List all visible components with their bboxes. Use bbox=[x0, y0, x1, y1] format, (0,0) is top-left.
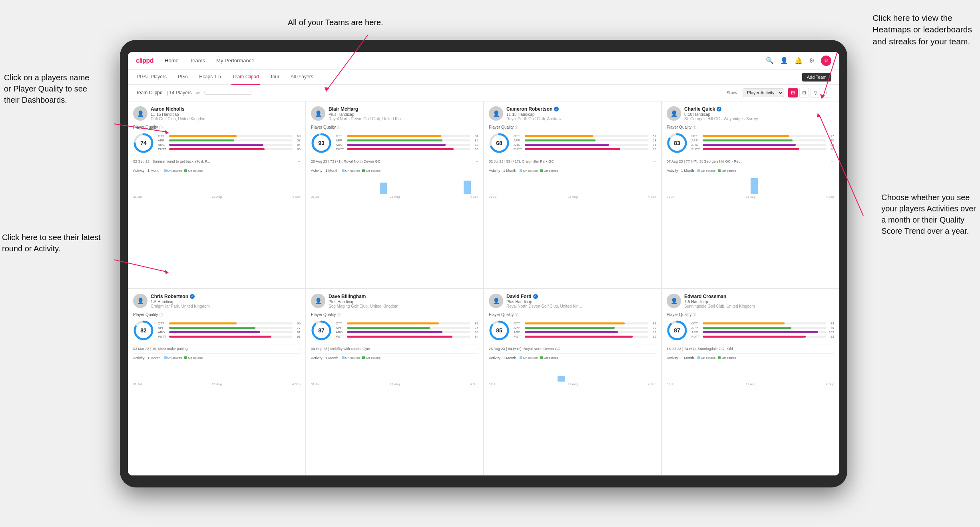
latest-round-arrow[interactable]: → bbox=[831, 159, 834, 163]
player-card[interactable]: 👤 Dave Billingham Plus Handicap Sog Magi… bbox=[306, 288, 484, 476]
player-card[interactable]: 👤 Blair McHarg Plus Handicap Royal North… bbox=[306, 101, 484, 288]
tab-pgat[interactable]: PGAT Players bbox=[136, 70, 167, 85]
player-name[interactable]: Charlie Quick ✓ bbox=[684, 106, 834, 112]
notification-icon[interactable]: 🔔 bbox=[795, 57, 803, 64]
player-name[interactable]: Aaron Nicholls bbox=[151, 106, 301, 112]
player-card[interactable]: 👤 Cameron Robertson ✓ 11-15 Handicap Roy… bbox=[484, 101, 661, 288]
donut-chart[interactable]: 74 bbox=[133, 133, 154, 153]
latest-round-arrow[interactable]: → bbox=[653, 159, 656, 163]
mini-chart bbox=[311, 174, 478, 194]
annotation-right-bottom: Choose whether you seeyour players Activ… bbox=[881, 192, 976, 237]
latest-round[interactable]: 18 Jul 23 | 74 (+4), Sunningdale GC - Ol… bbox=[667, 344, 834, 351]
quality-label: Player Quality ⓘ bbox=[133, 312, 301, 318]
stat-row: OTT 84 bbox=[336, 134, 478, 138]
player-name[interactable]: Dave Billingham bbox=[329, 294, 478, 299]
grid4-button[interactable]: ⊞ bbox=[788, 88, 798, 97]
player-handicap: 1-5 Handicap bbox=[684, 300, 834, 304]
quality-section[interactable]: 68 OTT 61 APP 63 ARG bbox=[489, 133, 656, 153]
player-handicap: Plus Handicap bbox=[329, 300, 478, 304]
latest-round-arrow[interactable]: → bbox=[653, 347, 656, 351]
stat-row: APP 58 bbox=[158, 139, 301, 142]
donut-chart[interactable]: 68 bbox=[489, 133, 510, 153]
tab-team-clippd[interactable]: Team Clippd bbox=[231, 70, 260, 85]
nav-my-performance[interactable]: My Performance bbox=[216, 58, 254, 64]
card-header: 👤 Chris Robertson ✓ 1-5 Handicap Craigmi… bbox=[133, 294, 301, 308]
chart-dates: 31 Jul 21 Aug 4 Sep bbox=[667, 382, 834, 386]
edit-icon[interactable]: ✏ bbox=[196, 90, 200, 96]
latest-round-arrow[interactable]: → bbox=[475, 159, 478, 163]
player-info: Chris Robertson ✓ 1-5 Handicap Craigmill… bbox=[151, 294, 301, 308]
latest-round-arrow[interactable]: → bbox=[475, 347, 478, 351]
quality-section[interactable]: 93 OTT 84 APP 85 ARG bbox=[311, 133, 478, 153]
latest-round[interactable]: 02 Sep 23 | Sunrise round to get back in… bbox=[133, 157, 301, 163]
latest-round-arrow[interactable]: → bbox=[831, 347, 834, 351]
donut-chart[interactable]: 87 bbox=[667, 320, 687, 341]
stat-row: OTT 60 bbox=[158, 134, 301, 138]
player-name[interactable]: Edward Crossman bbox=[684, 294, 834, 299]
add-team-button[interactable]: Add Team bbox=[802, 73, 831, 82]
activity-select[interactable]: Player Activity bbox=[743, 88, 784, 97]
player-card[interactable]: 👤 Edward Crossman 1-5 Handicap Sunningda… bbox=[661, 288, 839, 476]
quality-label: Player Quality ⓘ bbox=[311, 312, 478, 318]
donut-chart[interactable]: 83 bbox=[667, 133, 687, 153]
stat-row: PUTT 95 bbox=[336, 147, 478, 151]
donut-chart[interactable]: 87 bbox=[311, 320, 332, 341]
stat-row: ARG 83 bbox=[514, 330, 656, 334]
donut-chart[interactable]: 85 bbox=[489, 320, 510, 341]
legend-on-course: On course bbox=[697, 169, 716, 173]
tab-hcaps[interactable]: Hcaps 1-5 bbox=[198, 70, 222, 85]
latest-round[interactable]: 04 Sep 23 | Mobility with coach, Gym → bbox=[311, 344, 478, 351]
latest-round[interactable]: 26 Aug 23 | 73 (+1), Royal North Devon G… bbox=[311, 157, 478, 163]
filter-button[interactable]: ▽ bbox=[811, 88, 820, 97]
mini-chart bbox=[311, 362, 478, 382]
player-name[interactable]: Cameron Robertson ✓ bbox=[506, 106, 656, 112]
avatar[interactable]: U bbox=[821, 56, 831, 66]
search-input[interactable] bbox=[204, 91, 252, 95]
stat-row: APP 77 bbox=[158, 326, 301, 330]
donut-chart[interactable]: 82 bbox=[133, 320, 154, 341]
quality-section[interactable]: 87 OTT 73 APP 79 ARG bbox=[667, 320, 834, 341]
search-icon[interactable]: 🔍 bbox=[766, 57, 774, 64]
nav-teams[interactable]: Teams bbox=[190, 58, 205, 64]
sort-button[interactable]: ↕ bbox=[822, 88, 831, 97]
activity-section: Activity · 1 Month On course Off course … bbox=[489, 353, 656, 386]
activity-section: Activity · 1 Month On course Off course … bbox=[311, 353, 478, 386]
stat-row: PUTT 96 bbox=[514, 335, 656, 338]
latest-round[interactable]: 03 Mar 23 | 19, Must make putting → bbox=[133, 344, 301, 351]
quality-section[interactable]: 83 OTT 77 APP 80 ARG bbox=[667, 133, 834, 153]
nav-home[interactable]: Home bbox=[165, 58, 179, 64]
latest-round-arrow[interactable]: → bbox=[297, 159, 301, 163]
tab-pga[interactable]: PGA bbox=[177, 70, 189, 85]
grid3-button[interactable]: ⊟ bbox=[799, 88, 809, 97]
latest-round[interactable]: 26 Aug 23 | 84 (+12), Royal North Devon … bbox=[489, 344, 656, 351]
player-card[interactable]: 👤 David Ford ✓ Plus Handicap Royal North… bbox=[484, 288, 661, 476]
tab-all-players[interactable]: All Players bbox=[290, 70, 314, 85]
player-card[interactable]: 👤 Charlie Quick ✓ 6-10 Handicap St. Geor… bbox=[661, 101, 839, 288]
player-name[interactable]: Chris Robertson ✓ bbox=[151, 294, 301, 299]
player-card[interactable]: 👤 Aaron Nicholls 11-15 Handicap Drift Go… bbox=[128, 101, 306, 288]
on-course-dot bbox=[164, 169, 167, 172]
donut-chart[interactable]: 93 bbox=[311, 133, 332, 153]
latest-round-arrow[interactable]: → bbox=[297, 347, 301, 351]
stats-bars: OTT 82 APP 74 ARG 85 PU bbox=[336, 322, 478, 339]
player-card[interactable]: 👤 Chris Robertson ✓ 1-5 Handicap Craigmi… bbox=[128, 288, 306, 476]
player-name[interactable]: Blair McHarg bbox=[329, 106, 478, 112]
activity-title: Activity · 1 Month bbox=[311, 356, 339, 360]
settings-icon[interactable]: ⚙ bbox=[809, 57, 815, 64]
off-course-dot bbox=[718, 356, 721, 359]
latest-round[interactable]: 02 Jul 23 | 59 (+17), Craigmillar Park G… bbox=[489, 157, 656, 163]
tab-tour[interactable]: Tour bbox=[269, 70, 280, 85]
latest-round[interactable]: 07 Aug 23 | 77 (+7), St George's Hill GC… bbox=[667, 157, 834, 163]
quality-section[interactable]: 85 OTT 89 APP 80 ARG bbox=[489, 320, 656, 341]
stat-row: ARG 75 bbox=[514, 143, 656, 147]
quality-section[interactable]: 74 OTT 60 APP 58 ARG bbox=[133, 133, 301, 153]
chart-dates: 31 Jul 21 Aug 4 Sep bbox=[133, 382, 301, 386]
legend-on-course: On course bbox=[342, 169, 360, 173]
profile-icon[interactable]: 👤 bbox=[780, 57, 788, 64]
player-name[interactable]: David Ford ✓ bbox=[506, 294, 656, 299]
activity-header: Activity · 1 Month On course Off course bbox=[133, 169, 301, 173]
off-course-dot bbox=[362, 169, 365, 172]
quality-section[interactable]: 87 OTT 82 APP 74 ARG bbox=[311, 320, 478, 341]
off-course-dot bbox=[184, 356, 187, 359]
quality-section[interactable]: 82 OTT 60 APP 77 ARG bbox=[133, 320, 301, 341]
